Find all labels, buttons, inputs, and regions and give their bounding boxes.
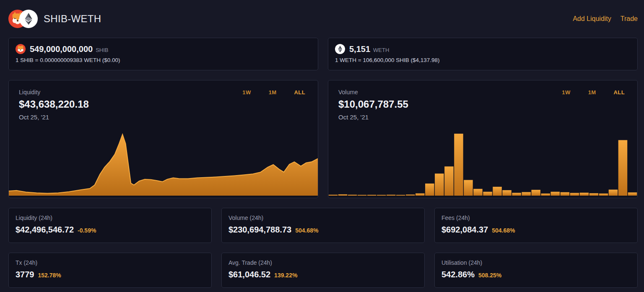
stat-value: $230,694,788.73	[229, 225, 291, 235]
weth-token-icon	[19, 10, 38, 28]
stat-label: Utilisation (24h)	[441, 259, 631, 266]
stat-value: $61,046.52	[229, 270, 270, 279]
stat-change: 504.68%	[295, 227, 318, 234]
volume-bar	[609, 190, 618, 196]
stat-label: Fees (24h)	[441, 214, 631, 221]
volume-bar	[493, 187, 502, 196]
stat-value: $692,084.37	[441, 225, 488, 235]
stats-grid: Liquidity (24h) $42,496,546.72 -0.59% Vo…	[8, 208, 638, 288]
stat-value: $42,496,546.72	[16, 225, 74, 235]
shib-token-icon	[16, 44, 26, 54]
pair-token-icons	[8, 10, 38, 28]
stat-card-utilisation-24h: Utilisation (24h) 542.86% 508.25%	[434, 253, 638, 288]
volume-bar	[483, 192, 492, 196]
volume-timeframe-tabs: 1W 1M ALL	[562, 89, 625, 96]
weth-reserve-card: 5,151 WETH 1 WETH = 106,600,000 SHIB ($4…	[328, 38, 638, 70]
stat-card-fees-24h: Fees (24h) $692,084.37 504.68%	[434, 208, 638, 243]
liquidity-chart-value: $43,638,220.18	[19, 98, 318, 110]
stat-label: Liquidity (24h)	[16, 214, 205, 221]
charts-row: Liquidity $43,638,220.18 Oct 25, '21 1W …	[8, 80, 638, 198]
reserve-top: 5,151 WETH	[335, 44, 631, 54]
page-title: SHIB-WETH	[44, 13, 101, 25]
add-liquidity-link[interactable]: Add Liquidity	[573, 15, 611, 23]
stat-change: 139.22%	[274, 272, 297, 279]
volume-bar	[570, 193, 579, 196]
volume-bar	[377, 195, 386, 196]
trade-link[interactable]: Trade	[621, 15, 638, 23]
volume-bar	[502, 190, 512, 196]
volume-bar	[589, 193, 599, 196]
stat-change: 152.78%	[38, 272, 61, 279]
tab-all[interactable]: ALL	[614, 89, 625, 96]
stat-change: 504.68%	[492, 227, 515, 234]
tab-1w[interactable]: 1W	[242, 89, 251, 96]
volume-bar	[415, 194, 425, 196]
shib-reserve-amount: 549,000,000,000	[30, 44, 93, 54]
volume-bar	[464, 180, 473, 196]
volume-bar	[599, 194, 608, 196]
stat-card-tx-24h: Tx (24h) 3779 152.78%	[8, 253, 212, 288]
volume-bar	[473, 189, 483, 196]
weth-reserve-amount: 5,151	[349, 44, 370, 54]
volume-chart-card: Volume $10,067,787.55 Oct 25, '21 1W 1M …	[328, 80, 638, 198]
volume-bar	[358, 195, 367, 196]
volume-bar-chart[interactable]	[328, 121, 637, 196]
header: SHIB-WETH Add Liquidity Trade	[8, 0, 638, 38]
volume-chart-value: $10,067,787.55	[338, 98, 637, 110]
volume-bar	[387, 195, 396, 196]
stat-card-avg-trade-24h: Avg. Trade (24h) $61,046.52 139.22%	[221, 253, 425, 288]
stat-value: 542.86%	[441, 270, 475, 279]
volume-bar	[396, 195, 405, 196]
liquidity-timeframe-tabs: 1W 1M ALL	[242, 89, 305, 96]
tab-1w[interactable]: 1W	[562, 89, 570, 96]
volume-bar	[531, 190, 540, 196]
liquidity-chart-date: Oct 25, '21	[19, 114, 318, 121]
stat-change: -0.59%	[78, 227, 96, 234]
volume-chart-date: Oct 25, '21	[338, 114, 637, 121]
weth-token-icon	[335, 44, 345, 54]
shib-rate-text: 1 SHIB = 0.000000009383 WETH ($0.00)	[16, 57, 311, 63]
chart-head: Volume $10,067,787.55 Oct 25, '21	[328, 80, 637, 121]
stat-card-volume-24h: Volume (24h) $230,694,788.73 504.68%	[221, 208, 425, 243]
volume-bar	[580, 193, 589, 196]
tab-1m[interactable]: 1M	[588, 89, 596, 96]
volume-bar	[367, 195, 377, 196]
liquidity-chart-card: Liquidity $43,638,220.18 Oct 25, '21 1W …	[8, 80, 318, 198]
volume-bar	[628, 192, 637, 196]
volume-bar	[435, 173, 444, 196]
chart-head: Liquidity $43,638,220.18 Oct 25, '21	[9, 80, 318, 121]
reserve-top: 549,000,000,000 SHIB	[16, 44, 311, 54]
volume-bar	[561, 192, 570, 196]
volume-bar	[329, 195, 338, 196]
tab-all[interactable]: ALL	[294, 89, 305, 96]
weth-reserve-symbol: WETH	[373, 47, 389, 53]
stat-label: Avg. Trade (24h)	[229, 259, 418, 266]
volume-bar	[512, 193, 521, 196]
shib-reserve-symbol: SHIB	[96, 47, 108, 53]
volume-bar	[618, 140, 628, 196]
tab-1m[interactable]: 1M	[269, 89, 277, 96]
volume-bar	[348, 195, 357, 196]
liquidity-area-chart[interactable]	[9, 121, 318, 196]
stat-change: 508.25%	[478, 272, 501, 279]
volume-bar	[454, 134, 463, 196]
header-links: Add Liquidity Trade	[573, 15, 638, 23]
volume-bar	[406, 194, 415, 196]
stat-value: 3779	[16, 270, 34, 279]
volume-bar	[522, 192, 531, 196]
shib-reserve-card: 549,000,000,000 SHIB 1 SHIB = 0.00000000…	[8, 38, 318, 70]
volume-bar	[551, 192, 560, 196]
reserves-row: 549,000,000,000 SHIB 1 SHIB = 0.00000000…	[8, 38, 638, 70]
volume-bar	[444, 166, 454, 196]
stat-label: Tx (24h)	[16, 259, 205, 266]
pair-header: SHIB-WETH	[8, 10, 101, 28]
volume-bar	[541, 194, 550, 196]
volume-bar	[338, 194, 348, 196]
stat-label: Volume (24h)	[229, 214, 418, 221]
weth-rate-text: 1 WETH = 106,600,000 SHIB ($4,137.98)	[335, 57, 631, 63]
volume-bar	[425, 183, 434, 196]
page: SHIB-WETH Add Liquidity Trade	[0, 0, 644, 292]
stat-card-liquidity-24h: Liquidity (24h) $42,496,546.72 -0.59%	[8, 208, 212, 243]
